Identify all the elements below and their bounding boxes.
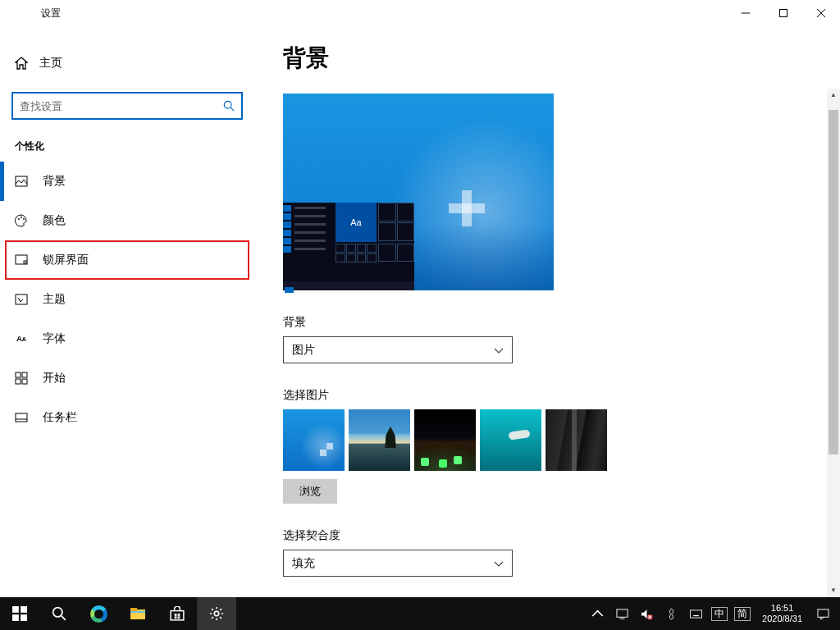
sidebar-item-start[interactable]: 开始 [0,358,254,398]
svg-rect-15 [16,379,21,384]
taskbar-store[interactable] [158,597,197,630]
minimize-button[interactable] [727,0,765,26]
background-label: 背景 [283,315,840,330]
svg-rect-16 [22,379,27,384]
taskbar-settings[interactable] [197,597,236,630]
image-thumb-4[interactable] [480,409,541,471]
palette-icon [15,214,28,227]
svg-rect-47 [817,609,828,616]
clock-time: 16:51 [762,603,802,614]
sidebar-item-label: 锁屏界面 [43,253,89,267]
fonts-icon: AA [15,332,28,345]
search-input[interactable] [20,100,223,112]
svg-rect-19 [12,606,19,613]
image-thumb-3[interactable] [414,409,476,471]
chevron-down-icon [494,345,504,355]
svg-marker-36 [641,609,647,618]
sidebar-item-label: 颜色 [43,213,66,228]
image-thumb-5[interactable] [546,409,607,471]
fit-label: 选择契合度 [283,528,840,543]
tray-display-icon[interactable] [613,597,631,630]
svg-rect-27 [130,611,145,613]
taskbar-explorer[interactable] [118,597,158,630]
image-thumb-2[interactable] [349,409,410,471]
image-thumbnails [283,409,840,471]
content-area: 背景 Aa 背景 图片 选择图片 浏览 [254,26,840,597]
clock-date: 2020/8/31 [762,614,802,624]
sidebar-item-label: 任务栏 [43,410,77,425]
sidebar-item-colors[interactable]: 颜色 [0,201,254,240]
start-icon [15,372,28,385]
preview-aa-tile: Aa [336,203,377,242]
lockscreen-icon [15,253,28,267]
svg-rect-34 [617,609,628,616]
svg-rect-21 [12,614,19,621]
browse-button[interactable]: 浏览 [283,479,337,504]
page-title: 背景 [283,43,840,74]
svg-point-4 [224,101,231,108]
choose-image-label: 选择图片 [283,388,840,403]
fit-dropdown[interactable]: 填充 [283,550,513,577]
svg-rect-26 [130,608,137,611]
sidebar-item-label: 字体 [43,331,66,346]
svg-rect-22 [21,614,27,621]
sidebar-item-taskbar[interactable]: 任务栏 [0,398,254,437]
image-thumb-1[interactable] [283,409,345,471]
sidebar-item-label: 主题 [43,292,66,307]
window-title: 设置 [41,7,61,21]
svg-rect-29 [175,614,177,616]
svg-rect-13 [16,372,21,377]
svg-rect-12 [16,294,27,304]
svg-rect-11 [24,261,26,263]
svg-line-5 [231,107,234,111]
tray-overflow[interactable] [588,597,606,630]
themes-icon [15,293,28,306]
chevron-down-icon [494,559,504,568]
sidebar-item-lockscreen[interactable]: 锁屏界面 [5,240,249,280]
close-button[interactable] [802,0,840,26]
sidebar-item-background[interactable]: 背景 [0,162,254,201]
svg-point-33 [214,611,218,615]
os-taskbar: 中 简 16:51 2020/8/31 [0,597,840,630]
start-button[interactable] [0,597,39,630]
svg-rect-20 [21,606,27,613]
scroll-down[interactable]: ▼ [827,584,840,597]
taskbar-search[interactable] [39,597,79,630]
scroll-thumb[interactable] [829,110,838,454]
home-link[interactable]: 主页 [0,49,254,77]
sidebar: 主页 个性化 背景 颜色 锁屏界面 主题 AA 字体 [0,26,254,597]
svg-rect-32 [178,616,180,619]
sidebar-item-themes[interactable]: 主题 [0,280,254,319]
sidebar-item-fonts[interactable]: AA 字体 [0,319,254,358]
taskbar-edge[interactable] [79,597,118,630]
taskbar-clock[interactable]: 16:51 2020/8/31 [757,603,807,624]
home-label: 主页 [39,56,62,71]
search-box[interactable] [11,92,243,120]
search-icon [223,100,235,112]
svg-line-24 [62,616,66,620]
background-dropdown[interactable]: 图片 [283,336,513,363]
ime-indicator-2[interactable]: 简 [734,607,751,621]
fit-dropdown-value: 填充 [292,556,315,571]
window-controls [727,0,840,26]
svg-point-23 [53,608,62,617]
tray-app-icon[interactable] [662,597,680,630]
tray-keyboard-icon[interactable] [687,597,705,630]
svg-rect-30 [178,614,180,616]
scrollbar[interactable]: ▲ ▼ [827,89,840,597]
sidebar-item-label: 开始 [43,371,66,386]
taskbar-icon [15,411,28,424]
scroll-up[interactable]: ▲ [827,89,840,102]
maximize-button[interactable] [765,0,802,26]
home-icon [15,57,28,70]
svg-rect-17 [16,413,27,422]
svg-point-8 [21,217,22,218]
svg-rect-14 [22,372,27,377]
svg-rect-10 [16,255,27,264]
svg-rect-1 [780,10,788,17]
svg-rect-31 [175,616,177,619]
svg-rect-28 [171,611,184,620]
action-center-icon[interactable] [814,597,832,630]
ime-indicator-1[interactable]: 中 [711,607,728,621]
tray-volume-icon[interactable] [637,597,655,630]
